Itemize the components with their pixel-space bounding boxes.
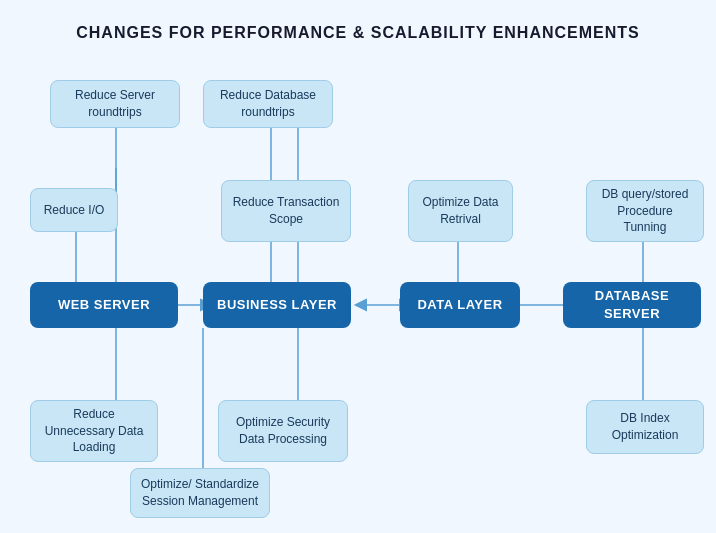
database-server-box: DATABASE SERVER bbox=[563, 282, 701, 328]
reduce-transaction-box: Reduce Transaction Scope bbox=[221, 180, 351, 242]
db-index-box: DB Index Optimization bbox=[586, 400, 704, 454]
data-layer-box: DATA LAYER bbox=[400, 282, 520, 328]
optimize-security-box: Optimize Security Data Processing bbox=[218, 400, 348, 462]
optimize-retrival-box: Optimize Data Retrival bbox=[408, 180, 513, 242]
diagram: Reduce Server roundtrips Reduce Database… bbox=[8, 60, 708, 520]
reduce-unnecessary-box: Reduce Unnecessary Data Loading bbox=[30, 400, 158, 462]
db-query-box: DB query/stored Procedure Tunning bbox=[586, 180, 704, 242]
page-title: CHANGES FOR PERFORMANCE & SCALABILITY EN… bbox=[76, 24, 640, 42]
reduce-database-box: Reduce Database roundtrips bbox=[203, 80, 333, 128]
reduce-io-box: Reduce I/O bbox=[30, 188, 118, 232]
business-layer-box: BUSINESS LAYER bbox=[203, 282, 351, 328]
web-server-box: WEB SERVER bbox=[30, 282, 178, 328]
reduce-server-box: Reduce Server roundtrips bbox=[50, 80, 180, 128]
optimize-session-box: Optimize/ Standardize Session Management bbox=[130, 468, 270, 518]
svg-marker-17 bbox=[356, 300, 366, 310]
